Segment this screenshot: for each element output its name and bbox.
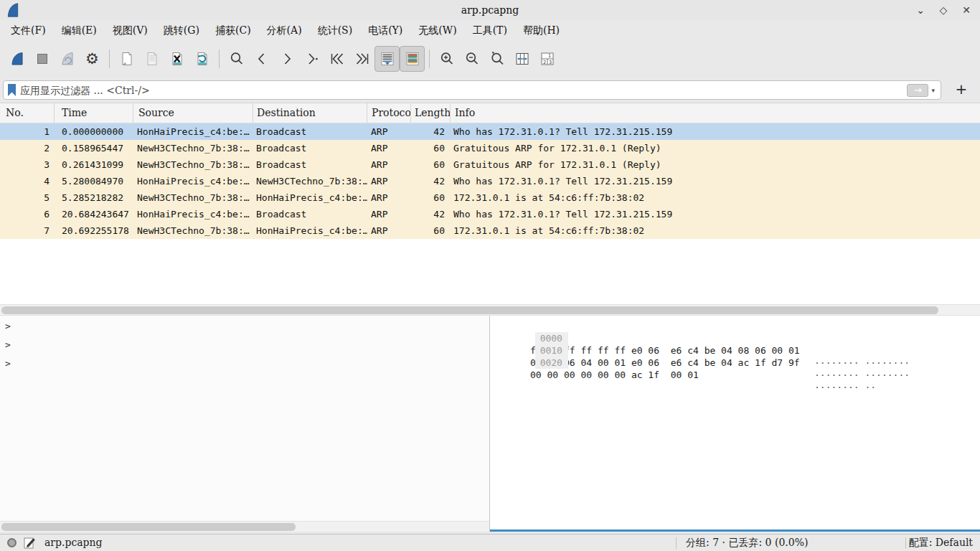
cell-destination: Broadcast <box>253 123 367 140</box>
expand-arrow-icon[interactable]: > <box>5 336 11 353</box>
chevron-right-dot-icon <box>303 50 321 67</box>
menu-wireless[interactable]: 无线(W) <box>410 22 464 39</box>
apply-filter-button[interactable]: → <box>907 84 928 97</box>
packet-row-5[interactable]: 5 5.285218282 NewH3CTechno_7b:38:… HonHa… <box>0 189 980 206</box>
zoom-reset-icon <box>489 50 506 67</box>
column-header-protocol[interactable]: Protocol <box>367 103 411 123</box>
column-header-length[interactable]: Length <box>411 103 451 123</box>
column-header-destination[interactable]: Destination <box>253 103 367 123</box>
expert-info-icon[interactable] <box>7 538 17 547</box>
zoom-in-button[interactable] <box>434 46 459 72</box>
cell-no: 7 <box>0 222 55 239</box>
go-last-packet-button[interactable] <box>349 46 374 72</box>
packet-row-6[interactable]: 6 20.684243647 HonHaiPrecis_c4:be:… Broa… <box>0 206 980 222</box>
go-to-packet-button[interactable] <box>299 46 324 72</box>
filter-bar: → ▾ + <box>0 76 980 103</box>
column-header-source[interactable]: Source <box>133 103 253 123</box>
lower-panes: >Frame 1: 42 bytes on wire (336 bits), 4… <box>0 316 980 532</box>
minimize-button[interactable]: ⌄ <box>913 2 928 18</box>
scrollbar-thumb[interactable] <box>1 523 296 531</box>
menu-tools[interactable]: 工具(T) <box>465 22 515 39</box>
cell-time: 20.684243647 <box>55 206 133 222</box>
save-file-button[interactable] <box>139 46 164 72</box>
bookmark-icon[interactable] <box>8 84 16 96</box>
scrollbar-thumb[interactable] <box>1 306 938 314</box>
go-forward-button[interactable] <box>274 46 299 72</box>
layout-panes-button[interactable]: 123 <box>534 46 560 72</box>
detail-frame-row[interactable]: >Frame 1: 42 bytes on wire (336 bits), 4… <box>0 318 489 334</box>
cell-source: NewH3CTechno_7b:38:… <box>133 222 253 239</box>
close-button[interactable]: ✕ <box>958 2 974 18</box>
cell-destination: HonHaiPrecis_c4:be:… <box>253 222 367 239</box>
column-header-no[interactable]: No. <box>0 103 55 123</box>
status-file-name: arp.pcapng <box>44 534 103 551</box>
expand-arrow-icon[interactable]: > <box>5 318 11 334</box>
double-chevron-last-icon <box>354 50 371 67</box>
menu-telephony[interactable]: 电话(Y) <box>360 22 410 39</box>
go-first-packet-button[interactable] <box>324 46 349 72</box>
go-back-button[interactable] <box>249 46 274 72</box>
note-pencil-icon <box>24 537 36 549</box>
detail-ethernet-row[interactable]: >Ethernet II, Src: HonHaiPrecis_c4:be:04… <box>0 336 489 353</box>
open-file-button[interactable] <box>114 46 139 72</box>
cell-protocol: ARP <box>367 189 411 206</box>
menu-go[interactable]: 跳转(G) <box>156 22 207 39</box>
cell-length: 60 <box>411 222 451 239</box>
packet-row-1[interactable]: 1 0.000000000 HonHaiPrecis_c4:be:… Broad… <box>0 123 980 140</box>
packet-row-2[interactable]: 2 0.158965447 NewH3CTechno_7b:38:… Broad… <box>0 140 980 156</box>
close-file-button[interactable] <box>164 46 189 72</box>
display-filter-input[interactable] <box>20 82 907 98</box>
packet-list-hscrollbar[interactable] <box>0 304 980 316</box>
column-header-time[interactable]: Time <box>55 103 133 123</box>
zoom-out-button[interactable] <box>459 46 484 72</box>
maximize-button[interactable]: ◇ <box>936 2 951 18</box>
search-icon <box>228 50 245 67</box>
cell-destination: Broadcast <box>253 156 367 173</box>
menu-analyze[interactable]: 分析(A) <box>259 22 310 39</box>
reload-file-button[interactable] <box>189 46 215 72</box>
svg-text:3: 3 <box>548 60 551 65</box>
stop-capture-button[interactable] <box>29 46 55 72</box>
capture-comment-icon[interactable] <box>24 537 36 549</box>
hex-row[interactable]: 0020 00 00 00 00 00 00 ac 1f 00 01 ·····… <box>490 344 980 357</box>
capture-options-button[interactable]: ⚙ <box>80 46 105 72</box>
status-profile[interactable]: 配置: Default <box>909 534 973 551</box>
cell-time: 0.000000000 <box>55 123 133 140</box>
packet-row-7[interactable]: 7 20.692255178 NewH3CTechno_7b:38:… HonH… <box>0 222 980 239</box>
cell-no: 1 <box>0 123 55 140</box>
pane-layout-icon: 123 <box>539 50 556 67</box>
cell-source: NewH3CTechno_7b:38:… <box>133 189 253 206</box>
cell-source: HonHaiPrecis_c4:be:… <box>133 173 253 189</box>
menu-view[interactable]: 视图(V) <box>105 22 156 39</box>
menu-edit[interactable]: 编辑(E) <box>54 22 105 39</box>
zoom-normal-button[interactable] <box>484 46 509 72</box>
menu-file[interactable]: 文件(F) <box>3 22 54 39</box>
expand-arrow-icon[interactable]: > <box>5 355 11 372</box>
cell-protocol: ARP <box>367 173 411 189</box>
detail-arp-row[interactable]: >Address Resolution Protocol (request) <box>0 355 489 372</box>
cell-info: 172.31.0.1 is at 54:c6:ff:7b:38:02 <box>451 222 980 239</box>
hex-row[interactable]: 0000 ff ff ff ff ff ff e0 06 e6 c4 be 04… <box>490 320 980 332</box>
restart-capture-button[interactable] <box>55 46 80 72</box>
hex-offset: 0020 <box>535 357 568 369</box>
auto-scroll-button[interactable] <box>374 46 400 72</box>
add-filter-button[interactable]: + <box>953 80 970 98</box>
packet-row-4[interactable]: 4 5.280084970 HonHaiPrecis_c4:be:… NewH3… <box>0 173 980 189</box>
packet-row-3[interactable]: 3 0.261431099 NewH3CTechno_7b:38:… Broad… <box>0 156 980 173</box>
details-hscrollbar[interactable] <box>0 521 489 532</box>
zoom-in-icon <box>438 50 456 67</box>
menu-statistics[interactable]: 统计(S) <box>310 22 361 39</box>
column-header-info[interactable]: Info <box>451 103 980 123</box>
menu-help[interactable]: 帮助(H) <box>515 22 567 39</box>
toolbar-separator <box>109 50 110 68</box>
hex-row[interactable]: 0010 08 00 06 04 00 01 e0 06 e6 c4 be 04… <box>490 332 980 344</box>
start-capture-button[interactable] <box>4 46 29 72</box>
resize-columns-button[interactable] <box>509 46 534 72</box>
cell-source: NewH3CTechno_7b:38:… <box>133 156 253 173</box>
find-packet-button[interactable] <box>224 46 249 72</box>
cell-destination: NewH3CTechno_7b:38:… <box>253 173 367 189</box>
cell-protocol: ARP <box>367 156 411 173</box>
filter-dropdown-caret-icon[interactable]: ▾ <box>931 87 935 94</box>
menu-capture[interactable]: 捕获(C) <box>207 22 259 39</box>
colorize-packets-button[interactable] <box>400 46 425 72</box>
